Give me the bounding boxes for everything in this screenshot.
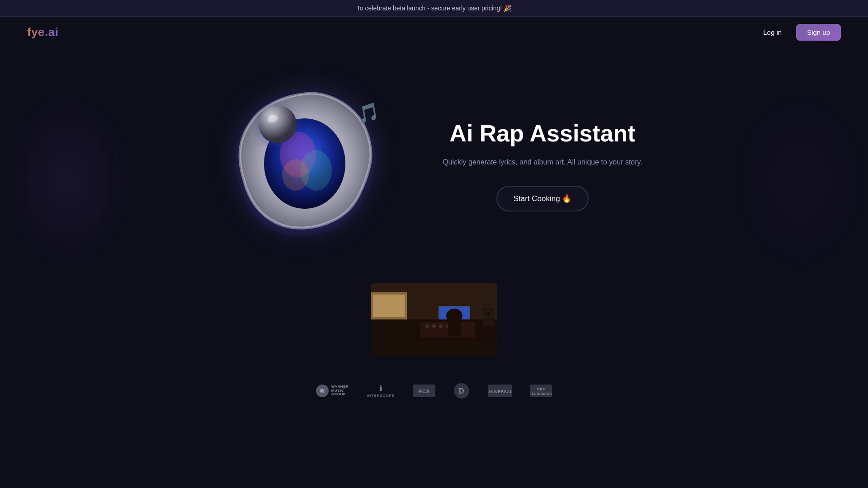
hero-right: Ai Rap Assistant Quickly generate lyrics…: [443, 120, 642, 211]
logo-def-jam-recordings: Def recordings: [530, 385, 552, 397]
logo[interactable]: fye.ai: [27, 25, 59, 39]
character-3d: 🎵: [226, 75, 388, 238]
svg-point-2: [282, 159, 309, 191]
hero-title: Ai Rap Assistant: [443, 120, 642, 147]
hero-section: 🎵 Ai Rap Assistant Quickly generate lyri…: [0, 48, 868, 274]
logo-defjam-d: D: [453, 383, 470, 399]
svg-point-12: [425, 324, 429, 328]
video-section: [0, 274, 868, 374]
sphere-orb: [259, 105, 297, 143]
video-thumbnail[interactable]: [371, 283, 497, 356]
svg-rect-7: [373, 295, 405, 317]
logo-interscope: 𝕚 INTERSCOPE: [367, 384, 395, 398]
login-button[interactable]: Log in: [756, 25, 789, 40]
studio-video-svg: [371, 283, 497, 356]
start-cooking-button[interactable]: Start Cooking 🔥: [496, 186, 589, 211]
bottom-spacer: [0, 417, 868, 462]
svg-text:Def: Def: [538, 387, 546, 391]
svg-rect-17: [448, 320, 461, 336]
hero-subtitle: Quickly generate lyrics, and album art. …: [443, 156, 642, 168]
music-notes: 🎵: [355, 101, 381, 126]
svg-text:RCA: RCA: [419, 389, 430, 394]
video-inner: [371, 283, 497, 356]
svg-text:UNIVERSAL: UNIVERSAL: [488, 389, 512, 394]
logo-universal: UNIVERSAL: [488, 385, 512, 397]
hero-character-area: 🎵: [226, 75, 406, 256]
logo-warner: W WARNER MUSIC GROUP: [316, 385, 349, 397]
svg-point-20: [486, 312, 491, 316]
nav-buttons: Log in Sign up: [756, 24, 841, 41]
top-banner: To celebrate beta launch - secure early …: [0, 0, 868, 17]
logos-section: W WARNER MUSIC GROUP 𝕚 INTERSCOPE RCA D …: [0, 374, 868, 417]
navbar: fye.ai Log in Sign up: [0, 17, 868, 48]
svg-point-14: [439, 324, 443, 328]
svg-text:recordings: recordings: [530, 392, 552, 395]
svg-text:D: D: [459, 387, 464, 395]
svg-point-13: [432, 324, 436, 328]
logo-rca: RCA: [413, 385, 435, 397]
signup-button[interactable]: Sign up: [796, 24, 841, 41]
banner-text: To celebrate beta launch - secure early …: [357, 5, 511, 12]
character-svg: [226, 75, 388, 238]
